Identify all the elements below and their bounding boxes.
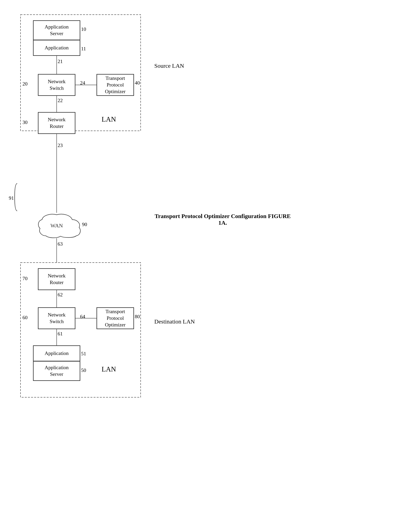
app-server-number: 10: [81, 26, 86, 32]
line-label-61: 61: [58, 331, 63, 337]
wan-cloud: WAN: [31, 213, 82, 238]
app-server-top-label: Application Server: [33, 20, 80, 40]
network-switch-top-number: 20: [22, 81, 28, 87]
svg-text:WAN: WAN: [50, 223, 63, 229]
line-label-23: 23: [58, 142, 63, 148]
line-label-62: 62: [58, 292, 63, 298]
destination-lan-label: Destination LAN: [154, 318, 195, 325]
application-bottom-box: Application: [33, 346, 80, 361]
transport-optimizer-bottom: Transport Protocol Optimizer: [97, 307, 134, 329]
source-lan-lan: LAN: [102, 115, 116, 124]
application2-number: 51: [81, 351, 86, 357]
line-label-64: 64: [80, 314, 85, 320]
figure-title: Transport Protocol Optimizer Configurati…: [154, 213, 291, 228]
network-router-top: Network Router: [38, 112, 75, 134]
network-switch-top: Network Switch: [38, 74, 75, 96]
app-server2-number: 50: [81, 367, 86, 373]
network-switch-bottom-number: 60: [22, 315, 28, 321]
source-lan-label: Source LAN: [154, 62, 184, 69]
line-label-24: 24: [80, 80, 85, 86]
network-router-bottom: Network Router: [38, 268, 75, 290]
line-label-63: 63: [58, 241, 63, 247]
destination-lan-lan: LAN: [102, 365, 116, 373]
transport-optimizer-bottom-number: 80: [135, 314, 140, 320]
brace-label-91: 91: [9, 195, 14, 201]
network-switch-bottom: Network Switch: [38, 307, 75, 329]
application-top-box: Application: [33, 40, 80, 56]
transport-optimizer-top-number: 40: [135, 80, 140, 86]
network-router-bottom-number: 70: [22, 276, 28, 282]
network-router-top-number: 30: [22, 119, 28, 125]
wan-number: 90: [82, 222, 87, 228]
application-number: 11: [81, 46, 86, 52]
line-label-21: 21: [58, 58, 63, 64]
transport-optimizer-top: Transport Protocol Optimizer: [97, 74, 134, 96]
line-label-22: 22: [58, 98, 63, 104]
app-server-bottom: Application Server: [33, 361, 80, 381]
